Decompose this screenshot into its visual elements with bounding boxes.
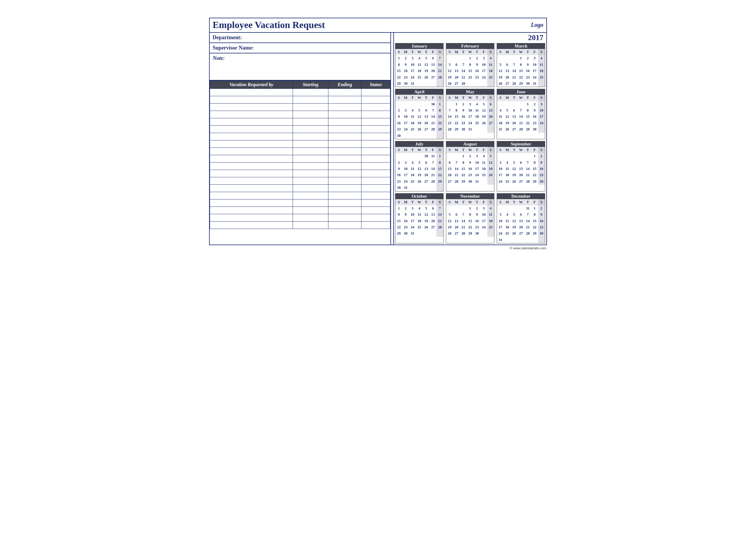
table-row[interactable]: [210, 199, 391, 207]
table-cell[interactable]: [293, 118, 328, 126]
table-cell[interactable]: [362, 133, 391, 140]
table-row[interactable]: [210, 89, 391, 96]
table-cell[interactable]: [362, 177, 391, 185]
table-cell[interactable]: [210, 111, 293, 118]
table-cell[interactable]: [210, 89, 293, 96]
table-cell[interactable]: [293, 207, 328, 214]
table-row[interactable]: [210, 221, 391, 229]
table-row[interactable]: [210, 133, 391, 140]
table-cell[interactable]: [328, 104, 362, 111]
table-cell[interactable]: [362, 199, 391, 207]
table-cell[interactable]: [362, 126, 391, 133]
table-cell[interactable]: [293, 111, 328, 118]
table-cell[interactable]: [210, 126, 293, 133]
table-row[interactable]: [210, 96, 391, 104]
table-cell[interactable]: [210, 199, 293, 207]
table-cell[interactable]: [210, 104, 293, 111]
table-cell[interactable]: [328, 155, 362, 163]
table-cell[interactable]: [210, 118, 293, 126]
table-cell[interactable]: [293, 140, 328, 148]
table-cell[interactable]: [328, 170, 362, 177]
table-cell[interactable]: [210, 140, 293, 148]
table-cell[interactable]: [293, 177, 328, 185]
table-row[interactable]: [210, 177, 391, 185]
table-cell[interactable]: [210, 155, 293, 163]
table-cell[interactable]: [362, 214, 391, 221]
table-cell[interactable]: [293, 96, 328, 104]
table-cell[interactable]: [328, 163, 362, 170]
table-cell[interactable]: [210, 163, 293, 170]
table-cell[interactable]: [293, 133, 328, 140]
table-cell[interactable]: [362, 96, 391, 104]
table-row[interactable]: [210, 163, 391, 170]
table-cell[interactable]: [328, 177, 362, 185]
table-cell[interactable]: [293, 199, 328, 207]
table-cell[interactable]: [293, 192, 328, 199]
table-cell[interactable]: [362, 207, 391, 214]
table-cell[interactable]: [362, 148, 391, 155]
table-cell[interactable]: [362, 221, 391, 229]
table-cell[interactable]: [210, 214, 293, 221]
table-cell[interactable]: [328, 185, 362, 192]
table-cell[interactable]: [362, 104, 391, 111]
table-cell[interactable]: [293, 185, 328, 192]
table-cell[interactable]: [328, 140, 362, 148]
table-row[interactable]: [210, 148, 391, 155]
table-row[interactable]: [210, 192, 391, 199]
table-cell[interactable]: [328, 192, 362, 199]
table-row[interactable]: [210, 118, 391, 126]
table-cell[interactable]: [293, 170, 328, 177]
note-field[interactable]: Note:: [210, 53, 391, 81]
table-cell[interactable]: [293, 155, 328, 163]
table-cell[interactable]: [362, 170, 391, 177]
table-cell[interactable]: [210, 192, 293, 199]
table-cell[interactable]: [362, 155, 391, 163]
table-cell[interactable]: [293, 126, 328, 133]
table-cell[interactable]: [328, 199, 362, 207]
table-cell[interactable]: [293, 104, 328, 111]
table-cell[interactable]: [328, 207, 362, 214]
table-row[interactable]: [210, 214, 391, 221]
table-cell[interactable]: [210, 177, 293, 185]
table-cell[interactable]: [328, 96, 362, 104]
table-row[interactable]: [210, 207, 391, 214]
table-cell[interactable]: [210, 185, 293, 192]
table-cell[interactable]: [210, 148, 293, 155]
table-cell[interactable]: [328, 221, 362, 229]
table-cell[interactable]: [362, 111, 391, 118]
table-cell[interactable]: [293, 221, 328, 229]
table-row[interactable]: [210, 140, 391, 148]
table-cell[interactable]: [328, 148, 362, 155]
table-cell[interactable]: [362, 163, 391, 170]
table-cell[interactable]: [362, 192, 391, 199]
table-cell[interactable]: [293, 89, 328, 96]
table-cell[interactable]: [328, 118, 362, 126]
table-cell[interactable]: [210, 221, 293, 229]
table-cell[interactable]: [362, 185, 391, 192]
mini-calendar-november: NovemberSMTWTFS1234567891011121314151617…: [446, 193, 494, 244]
table-cell[interactable]: [293, 163, 328, 170]
table-cell[interactable]: [210, 207, 293, 214]
table-row[interactable]: [210, 126, 391, 133]
table-cell[interactable]: [210, 170, 293, 177]
table-row[interactable]: [210, 170, 391, 177]
supervisor-field[interactable]: Supervisor Name:: [210, 43, 391, 53]
table-cell[interactable]: [328, 214, 362, 221]
day-cell: 19: [497, 74, 504, 81]
table-cell[interactable]: [293, 148, 328, 155]
table-cell[interactable]: [210, 133, 293, 140]
table-cell[interactable]: [328, 133, 362, 140]
table-cell[interactable]: [328, 89, 362, 96]
table-cell[interactable]: [210, 96, 293, 104]
table-row[interactable]: [210, 104, 391, 111]
department-field[interactable]: Department:: [210, 33, 391, 43]
table-cell[interactable]: [293, 214, 328, 221]
table-row[interactable]: [210, 155, 391, 163]
table-row[interactable]: [210, 111, 391, 118]
table-row[interactable]: [210, 185, 391, 192]
table-cell[interactable]: [362, 140, 391, 148]
table-cell[interactable]: [328, 126, 362, 133]
table-cell[interactable]: [362, 89, 391, 96]
table-cell[interactable]: [362, 118, 391, 126]
table-cell[interactable]: [328, 111, 362, 118]
